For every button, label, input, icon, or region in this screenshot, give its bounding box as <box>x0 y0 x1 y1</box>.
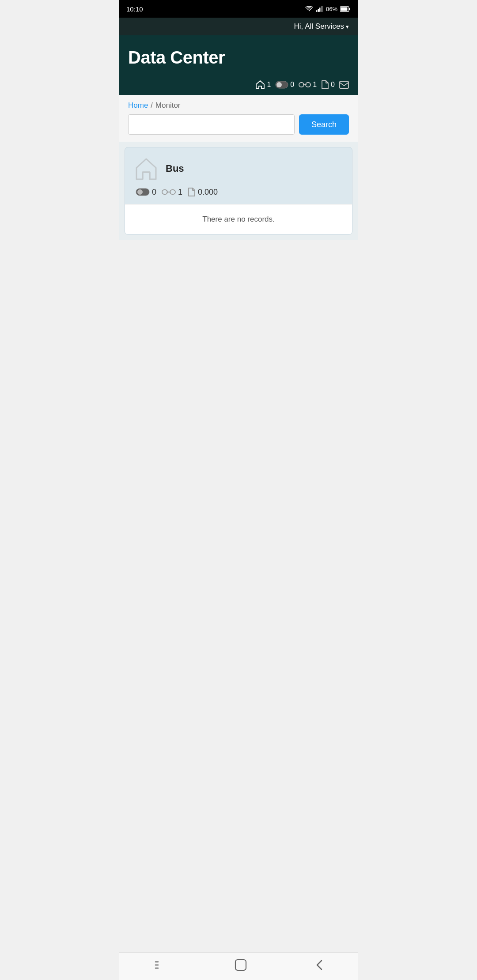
link-status-icon <box>299 81 311 88</box>
status-icons-row: 1 0 1 0 <box>119 76 358 95</box>
card-title-row: Bus <box>134 156 343 181</box>
card-toggle-icon <box>136 188 150 196</box>
page-title: Data Center <box>128 48 349 68</box>
bottom-nav <box>119 952 358 980</box>
top-bar: Hi, All Services ▾ <box>119 18 358 35</box>
email-status-group <box>339 81 349 89</box>
home-status-icon <box>255 80 265 90</box>
search-button[interactable]: Search <box>299 114 349 135</box>
svg-rect-2 <box>319 8 321 12</box>
battery-icon <box>340 6 351 12</box>
card-page-value: 0.000 <box>198 188 218 197</box>
card-link-stat: 1 <box>162 188 182 197</box>
svg-rect-6 <box>349 8 351 10</box>
wifi-icon <box>305 5 314 12</box>
status-bar: 10:10 86% <box>119 0 358 18</box>
svg-rect-22 <box>235 960 246 970</box>
home-status-count: 1 <box>267 81 271 89</box>
nav-home-button[interactable] <box>235 959 247 971</box>
card-title: Bus <box>166 163 184 174</box>
toggle-status-count: 0 <box>290 81 294 89</box>
status-time: 10:10 <box>126 5 143 13</box>
status-right: 86% <box>305 5 351 12</box>
search-area: Search <box>119 114 358 142</box>
card-page-stat: 0.000 <box>188 187 218 197</box>
service-label: All Services <box>305 22 344 31</box>
service-dropdown-arrow: ▾ <box>346 23 349 30</box>
card-link-icon <box>162 188 176 196</box>
svg-rect-13 <box>340 81 348 88</box>
svg-point-9 <box>276 82 282 87</box>
search-input[interactable] <box>128 114 295 135</box>
svg-rect-7 <box>341 7 348 11</box>
toggle-status-group: 0 <box>275 81 294 89</box>
card-link-count: 1 <box>178 188 182 197</box>
card-body: There are no records. <box>125 204 352 234</box>
link-status-group: 1 <box>299 81 317 89</box>
svg-point-15 <box>137 189 143 195</box>
content-area: Bus 0 <box>119 142 358 240</box>
svg-rect-1 <box>318 9 319 12</box>
breadcrumb-home-link[interactable]: Home <box>128 101 148 110</box>
toggle-status-icon <box>275 81 288 89</box>
bus-card: Bus 0 <box>125 147 352 235</box>
nav-back-button[interactable] <box>315 959 323 971</box>
breadcrumb-current: Monitor <box>155 101 181 110</box>
card-page-icon <box>188 187 196 197</box>
card-stats: 0 1 0.000 <box>134 187 343 197</box>
email-status-icon <box>339 81 349 89</box>
page-status-icon <box>321 80 329 90</box>
card-header: Bus 0 <box>125 147 352 204</box>
card-toggle-stat: 0 <box>136 188 156 197</box>
page-status-group: 0 <box>321 80 335 90</box>
menu-icon <box>154 960 166 970</box>
svg-rect-3 <box>321 6 322 12</box>
header: Data Center <box>119 35 358 76</box>
card-toggle-count: 0 <box>152 188 156 197</box>
home-status-group: 1 <box>255 80 271 90</box>
no-records-message: There are no records. <box>202 215 274 223</box>
nav-menu-button[interactable] <box>154 960 166 970</box>
breadcrumb-separator: / <box>151 102 152 109</box>
nav-home-icon <box>235 959 247 971</box>
svg-rect-0 <box>316 10 318 12</box>
greeting-text: Hi, <box>294 22 303 31</box>
breadcrumb: Home / Monitor <box>119 95 358 114</box>
bus-house-icon <box>134 156 159 181</box>
signal-icon <box>316 6 323 12</box>
back-icon <box>315 959 323 971</box>
top-bar-service[interactable]: Hi, All Services ▾ <box>294 22 349 31</box>
page-status-count: 0 <box>331 81 335 89</box>
battery-percent: 86% <box>326 6 337 12</box>
svg-rect-4 <box>322 6 323 12</box>
link-status-count: 1 <box>313 81 317 89</box>
